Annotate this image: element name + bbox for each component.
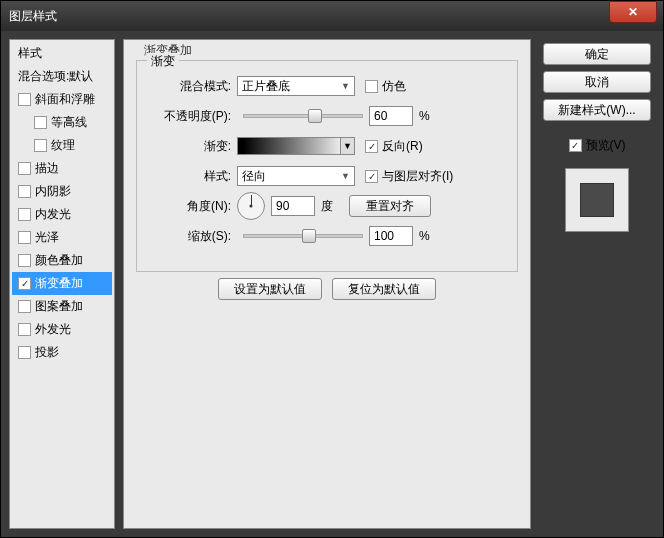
sidebar-item-label: 纹理	[51, 137, 75, 154]
sidebar-item-1[interactable]: 等高线	[12, 111, 112, 134]
preview-label: 预览(V)	[586, 137, 626, 154]
sidebar-item-5[interactable]: 内发光	[12, 203, 112, 226]
sidebar-checkbox[interactable]	[18, 254, 31, 267]
dither-checkbox[interactable]	[365, 80, 378, 93]
opacity-input[interactable]: 60	[369, 106, 413, 126]
preview-swatch	[580, 183, 614, 217]
percent-unit: %	[419, 109, 430, 123]
sidebar-checkbox[interactable]: ✓	[18, 277, 31, 290]
sidebar-item-label: 图案叠加	[35, 298, 83, 315]
sidebar-item-2[interactable]: 纹理	[12, 134, 112, 157]
sidebar-item-0[interactable]: 斜面和浮雕	[12, 88, 112, 111]
sidebar-item-7[interactable]: 颜色叠加	[12, 249, 112, 272]
chevron-down-icon: ▼	[341, 81, 350, 91]
sidebar-item-9[interactable]: 图案叠加	[12, 295, 112, 318]
percent-unit: %	[419, 229, 430, 243]
gradient-label: 渐变:	[147, 138, 231, 155]
cancel-button[interactable]: 取消	[543, 71, 651, 93]
angle-label: 角度(N):	[147, 198, 231, 215]
scale-label: 缩放(S):	[147, 228, 231, 245]
dither-label: 仿色	[382, 78, 406, 95]
close-button[interactable]: ✕	[609, 1, 657, 23]
window-title: 图层样式	[9, 8, 609, 25]
new-style-button[interactable]: 新建样式(W)...	[543, 99, 651, 121]
fieldset-title: 渐变	[147, 53, 179, 70]
sidebar-item-label: 描边	[35, 160, 59, 177]
gradient-picker[interactable]: ▼	[237, 137, 355, 155]
sidebar-checkbox[interactable]	[18, 162, 31, 175]
sidebar-item-label: 等高线	[51, 114, 87, 131]
preview-checkbox[interactable]: ✓	[569, 139, 582, 152]
scale-slider[interactable]	[243, 234, 363, 238]
angle-dial[interactable]	[237, 192, 265, 220]
main-panel: 渐变叠加 渐变 混合模式: 正片叠底 ▼ 仿色 不透明度(P): 60	[123, 39, 531, 529]
preview-swatch-box	[565, 168, 629, 232]
sidebar-checkbox[interactable]	[18, 93, 31, 106]
sidebar-checkbox[interactable]	[18, 231, 31, 244]
chevron-down-icon: ▼	[340, 138, 354, 154]
sidebar-checkbox[interactable]	[34, 139, 47, 152]
gradient-fieldset: 渐变 混合模式: 正片叠底 ▼ 仿色 不透明度(P): 60 %	[136, 60, 518, 272]
sidebar-checkbox[interactable]	[18, 346, 31, 359]
sidebar-item-label: 投影	[35, 344, 59, 361]
set-default-button[interactable]: 设置为默认值	[218, 278, 322, 300]
style-label: 样式:	[147, 168, 231, 185]
sidebar-item-label: 外发光	[35, 321, 71, 338]
sidebar-item-4[interactable]: 内阴影	[12, 180, 112, 203]
sidebar-item-3[interactable]: 描边	[12, 157, 112, 180]
styles-sidebar: 样式 混合选项:默认 斜面和浮雕等高线纹理描边内阴影内发光光泽颜色叠加✓渐变叠加…	[9, 39, 115, 529]
sidebar-item-label: 渐变叠加	[35, 275, 83, 292]
sidebar-checkbox[interactable]	[18, 323, 31, 336]
sidebar-item-10[interactable]: 外发光	[12, 318, 112, 341]
reverse-label: 反向(R)	[382, 138, 423, 155]
sidebar-head-styles[interactable]: 样式	[12, 42, 112, 65]
sidebar-item-label: 光泽	[35, 229, 59, 246]
degree-unit: 度	[321, 198, 333, 215]
sidebar-item-6[interactable]: 光泽	[12, 226, 112, 249]
reset-default-button[interactable]: 复位为默认值	[332, 278, 436, 300]
sidebar-checkbox[interactable]	[34, 116, 47, 129]
scale-input[interactable]: 100	[369, 226, 413, 246]
reverse-checkbox[interactable]: ✓	[365, 140, 378, 153]
align-checkbox[interactable]: ✓	[365, 170, 378, 183]
sidebar-item-11[interactable]: 投影	[12, 341, 112, 364]
sidebar-item-label: 内发光	[35, 206, 71, 223]
sidebar-head-blend[interactable]: 混合选项:默认	[12, 65, 112, 88]
sidebar-item-label: 颜色叠加	[35, 252, 83, 269]
sidebar-checkbox[interactable]	[18, 300, 31, 313]
layer-style-dialog: 图层样式 ✕ 样式 混合选项:默认 斜面和浮雕等高线纹理描边内阴影内发光光泽颜色…	[0, 0, 664, 538]
titlebar[interactable]: 图层样式 ✕	[1, 1, 663, 31]
close-icon: ✕	[628, 5, 638, 19]
blend-mode-select[interactable]: 正片叠底 ▼	[237, 76, 355, 96]
style-select[interactable]: 径向 ▼	[237, 166, 355, 186]
chevron-down-icon: ▼	[341, 171, 350, 181]
reset-align-button[interactable]: 重置对齐	[349, 195, 431, 217]
sidebar-item-8[interactable]: ✓渐变叠加	[12, 272, 112, 295]
right-column: 确定 取消 新建样式(W)... ✓ 预览(V)	[539, 39, 655, 529]
blend-mode-label: 混合模式:	[147, 78, 231, 95]
sidebar-checkbox[interactable]	[18, 185, 31, 198]
angle-input[interactable]: 90	[271, 196, 315, 216]
ok-button[interactable]: 确定	[543, 43, 651, 65]
sidebar-item-label: 斜面和浮雕	[35, 91, 95, 108]
opacity-label: 不透明度(P):	[147, 108, 231, 125]
opacity-slider[interactable]	[243, 114, 363, 118]
align-label: 与图层对齐(I)	[382, 168, 453, 185]
sidebar-item-label: 内阴影	[35, 183, 71, 200]
sidebar-checkbox[interactable]	[18, 208, 31, 221]
